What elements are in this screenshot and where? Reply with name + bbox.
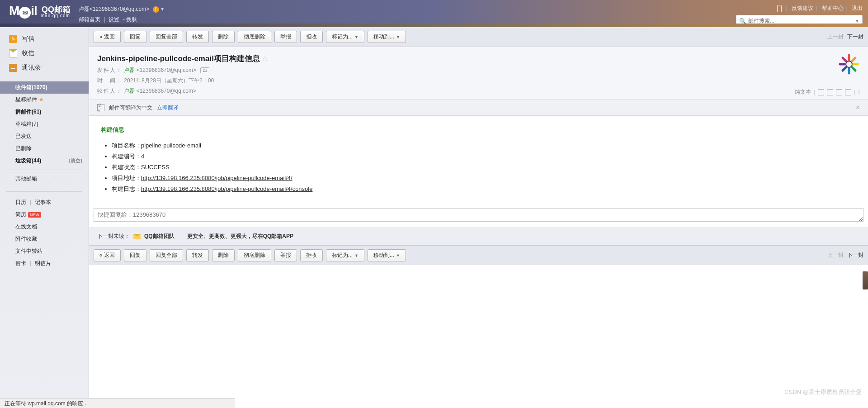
folder-deleted[interactable]: 已删除 bbox=[0, 142, 89, 155]
folder-inbox[interactable]: 收件箱(1070) bbox=[0, 81, 89, 94]
folder-trash[interactable]: 垃圾箱(44)[清空] bbox=[0, 155, 89, 167]
next-unread-bar[interactable]: 下一封未读： QQ邮箱团队 更安全、更高效、更强大，尽在QQ邮箱APP bbox=[89, 228, 868, 245]
nav-receive[interactable]: 收信 bbox=[0, 46, 89, 61]
forward-button[interactable]: 转发 bbox=[186, 31, 209, 43]
mark-button-b[interactable]: 标记为...▼ bbox=[326, 249, 364, 261]
link-transfer[interactable]: 文件中转站 bbox=[15, 248, 42, 254]
window-icon[interactable] bbox=[818, 89, 824, 95]
sender-avatar[interactable] bbox=[838, 53, 860, 75]
link-attachments[interactable]: 附件收藏 bbox=[15, 236, 37, 242]
toolbar-bottom: « 返回 回复 回复全部 转发 删除 彻底删除 举报 拒收 标记为...▼ 移动… bbox=[89, 245, 868, 265]
link-logout[interactable]: 退出 bbox=[852, 5, 863, 11]
contacts-icon bbox=[9, 64, 17, 72]
back-button-b[interactable]: « 返回 bbox=[94, 249, 121, 261]
build-item: 构建日志：http://139.198.166.235:8080/job/pip… bbox=[112, 184, 856, 195]
save-icon[interactable] bbox=[836, 89, 842, 95]
search-box[interactable]: 🔍 ▼ bbox=[736, 15, 863, 27]
next-mail[interactable]: 下一封 bbox=[847, 33, 863, 41]
reject-button[interactable]: 拒收 bbox=[300, 31, 323, 43]
mark-button[interactable]: 标记为...▼ bbox=[326, 31, 364, 43]
report-button-b[interactable]: 举报 bbox=[274, 249, 297, 261]
build-item: 项目地址：http://139.198.166.235:8080/job/pip… bbox=[112, 173, 856, 184]
link-postcard[interactable]: 明信片 bbox=[35, 260, 51, 266]
prev-mail-b: 上一封 bbox=[827, 251, 844, 259]
translate-link[interactable]: 立即翻译 bbox=[157, 104, 179, 112]
folder-starred[interactable]: 星标邮件★ bbox=[0, 94, 89, 106]
prev-mail: 上一封 bbox=[827, 33, 844, 41]
copy-icon[interactable] bbox=[827, 89, 833, 95]
folder-sent[interactable]: 已发送 bbox=[0, 130, 89, 142]
nav-home[interactable]: 邮箱首页 bbox=[79, 16, 100, 23]
user-display[interactable]: 卢磊<1239683670@qq.com> bbox=[79, 6, 149, 12]
reply-button-b[interactable]: 回复 bbox=[124, 249, 146, 261]
new-badge: NEW bbox=[28, 212, 41, 218]
to-addr: <1239683670@qq.com> bbox=[137, 88, 196, 94]
folder-other[interactable]: 其他邮箱 bbox=[0, 173, 89, 185]
status-bar: 正在等待 wp.mail.qq.com 的响应... bbox=[0, 398, 235, 408]
svg-point-0 bbox=[846, 61, 852, 67]
project-url[interactable]: http://139.198.166.235:8080/job/pipeline… bbox=[141, 175, 292, 181]
report-button[interactable]: 举报 bbox=[274, 31, 297, 43]
delete-button[interactable]: 删除 bbox=[212, 31, 235, 43]
move-button[interactable]: 移动到...▼ bbox=[368, 31, 406, 43]
back-button[interactable]: « 返回 bbox=[94, 31, 121, 43]
compose-icon bbox=[9, 35, 17, 43]
content-pane: « 返回 回复 回复全部 转发 删除 彻底删除 举报 拒收 标记为...▼ 移动… bbox=[89, 27, 868, 408]
nav-skin[interactable]: 换肤 bbox=[126, 16, 137, 23]
app-header: M✉il QQ邮箱 mail.qq.com 卢磊<1239683670@qq.c… bbox=[0, 0, 868, 27]
nav-contacts[interactable]: 通讯录 bbox=[0, 61, 89, 75]
envelope-icon bbox=[133, 234, 141, 239]
move-button-b[interactable]: 移动到...▼ bbox=[368, 249, 406, 261]
inbox-icon bbox=[9, 49, 17, 57]
nav-compose[interactable]: 写信 bbox=[0, 32, 89, 46]
folder-group[interactable]: 群邮件(61) bbox=[0, 106, 89, 118]
quick-reply-input[interactable] bbox=[94, 208, 863, 222]
folder-drafts[interactable]: 草稿箱(7) bbox=[0, 118, 89, 130]
mail-time: 2021年8月28日（星期六）下午2：00 bbox=[124, 77, 214, 84]
build-item: 构建状态：SUCCESS bbox=[112, 162, 856, 173]
trash-clear[interactable]: [清空] bbox=[69, 157, 82, 164]
header-user-block: 卢磊<1239683670@qq.com> !▾ 邮箱首页| 设置 - 换肤 bbox=[79, 4, 164, 24]
logo[interactable]: M✉il QQ邮箱 mail.qq.com bbox=[9, 4, 71, 19]
reply-all-button-b[interactable]: 回复全部 bbox=[150, 249, 183, 261]
search-icon: 🔍 bbox=[739, 18, 746, 24]
nav-settings[interactable]: 设置 bbox=[108, 16, 119, 23]
translate-bar: 文A 邮件可翻译为中文 立即翻译 × bbox=[89, 100, 868, 116]
link-feedback[interactable]: 反馈建议 bbox=[792, 5, 813, 11]
perm-delete-button[interactable]: 彻底删除 bbox=[238, 31, 271, 43]
to-name[interactable]: 卢磊 bbox=[124, 88, 135, 94]
print-icon[interactable] bbox=[845, 89, 851, 95]
phone-icon[interactable] bbox=[777, 5, 782, 12]
forward-button-b[interactable]: 转发 bbox=[186, 249, 209, 261]
build-item: 构建编号：4 bbox=[112, 151, 856, 162]
link-help[interactable]: 帮助中心 bbox=[822, 5, 844, 11]
mail-header: Jenkins-pipeline-pullcode-email项目构建信息☆ 发… bbox=[89, 47, 868, 100]
reject-button-b[interactable]: 拒收 bbox=[300, 249, 323, 261]
link-cards[interactable]: 贺卡 bbox=[15, 260, 26, 266]
reply-button[interactable]: 回复 bbox=[124, 31, 146, 43]
link-docs[interactable]: 在线文档 bbox=[15, 223, 37, 230]
star-toggle-icon[interactable]: ☆ bbox=[262, 55, 268, 62]
plaintext-toggle[interactable]: 纯文本 bbox=[795, 88, 811, 96]
console-url[interactable]: http://139.198.166.235:8080/job/pipeline… bbox=[141, 185, 312, 192]
delete-button-b[interactable]: 删除 bbox=[212, 249, 235, 261]
link-calendar[interactable]: 日历 bbox=[15, 199, 26, 205]
vcard-icon[interactable]: 🗂 bbox=[200, 67, 209, 73]
bell-icon: ✉ bbox=[19, 7, 31, 19]
scrollbar-thumb[interactable] bbox=[863, 271, 868, 289]
close-icon[interactable]: × bbox=[856, 104, 860, 112]
search-input[interactable] bbox=[748, 18, 855, 24]
perm-delete-button-b[interactable]: 彻底删除 bbox=[238, 249, 271, 261]
more-icon[interactable]: ⁝ bbox=[858, 89, 860, 96]
watermark: CSDN @富士康质检员张全蛋 bbox=[784, 388, 862, 396]
mail-body: 构建信息 项目名称：pipeline-pullcode-email 构建编号：4… bbox=[89, 116, 868, 208]
next-mail-b[interactable]: 下一封 bbox=[847, 251, 863, 259]
reply-all-button[interactable]: 回复全部 bbox=[150, 31, 183, 43]
chevron-down-icon[interactable]: ▼ bbox=[855, 19, 859, 24]
mail-subject: Jenkins-pipeline-pullcode-email项目构建信息 bbox=[97, 54, 260, 63]
link-notes[interactable]: 记事本 bbox=[35, 199, 51, 205]
header-right: | 反馈建议| 帮助中心| 退出 🔍 ▼ bbox=[736, 4, 863, 27]
from-name[interactable]: 卢磊 bbox=[124, 67, 135, 73]
warning-icon[interactable]: ! bbox=[153, 6, 159, 13]
link-resume[interactable]: 简历 bbox=[15, 211, 26, 218]
